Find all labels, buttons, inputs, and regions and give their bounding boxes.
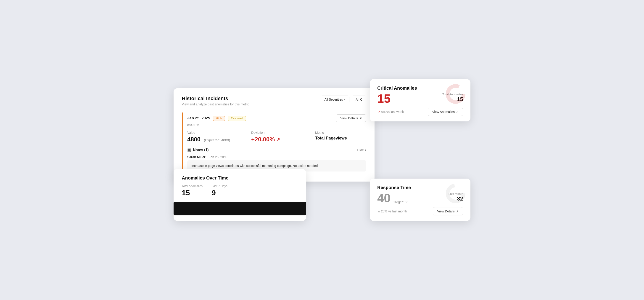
historical-subtitle: View and analyze past anomalies for this… (182, 102, 249, 106)
status-badge: Resolved (228, 116, 246, 121)
external-link-icon: ↗ (456, 110, 459, 114)
svg-point-1 (448, 186, 464, 201)
donut-decoration-icon (445, 183, 466, 204)
metric-value: Total Pageviews (315, 136, 366, 141)
upward-arrow-icon: ↗ (276, 137, 280, 142)
critical-count: 15 (377, 93, 390, 104)
critical-anomalies-card: Critical Anomalies 15 Total Anomalies 15… (370, 79, 470, 121)
historical-incidents-card: Historical Incidents View and analyze pa… (174, 88, 374, 182)
total-anomalies-value: 15 (182, 189, 202, 197)
anomalies-over-time-card: Anomalies Over Time Total Anomalies 15 L… (174, 169, 306, 221)
svg-point-0 (448, 86, 464, 102)
value-label: Value (187, 131, 251, 134)
response-value: 40 (377, 192, 390, 204)
anomalies-title: Anomalies Over Time (182, 175, 298, 181)
note-timestamp: Jan 25, 20:15 (209, 155, 228, 159)
external-link-icon: ↗ (456, 209, 459, 213)
all-categories-filter[interactable]: All C (352, 96, 366, 103)
donut-decoration-icon (445, 84, 466, 104)
trend-down-icon: ↘ (377, 209, 380, 213)
view-anomalies-button[interactable]: View Anomalies ↗ (428, 108, 463, 116)
expected-value: (Expected: 4000) (204, 138, 230, 142)
notes-title: ▣ Notes (1) (187, 147, 208, 153)
view-details-button[interactable]: View Details ↗ (336, 114, 366, 122)
incident-time: 8:00 PM (187, 123, 366, 127)
severity-badge: High (213, 116, 225, 121)
metric-label: Metric (315, 131, 366, 134)
historical-title: Historical Incidents (182, 96, 249, 101)
response-trend: ↘ 25% vs last month (377, 209, 407, 213)
critical-trend: ↗ 8% vs last week (377, 110, 404, 114)
chevron-down-icon: ▾ (344, 98, 346, 101)
note-author: Sarah Miller (187, 155, 205, 159)
all-severities-filter[interactable]: All Severities ▾ (321, 96, 350, 103)
note-author-row: Sarah Miller Jan 25, 20:15 (187, 155, 366, 159)
deviation-value: +20.00% ↗ (251, 136, 315, 143)
external-link-icon: ↗ (359, 116, 362, 120)
comment-icon: ▣ (187, 147, 191, 153)
trend-up-icon: ↗ (377, 110, 380, 114)
last7-label: Last 7 Days (212, 184, 228, 188)
response-time-card: Response Time 40 Target: 30 Last Month 3… (370, 179, 470, 221)
incident-row: Jan 25, 2025 High Resolved View Details … (182, 112, 366, 175)
response-target: Target: 30 (393, 200, 408, 204)
anomalies-chart (174, 202, 306, 215)
last7-value: 9 (212, 189, 228, 197)
hide-notes-button[interactable]: Hide ▾ (357, 148, 366, 152)
incident-value: 4800 (Expected: 4000) (187, 136, 251, 143)
total-anomalies-label: Total Anomalies (182, 184, 202, 188)
view-details-button[interactable]: View Details ↗ (433, 207, 463, 215)
deviation-label: Deviation (251, 131, 315, 134)
chevron-up-icon: ▾ (365, 148, 366, 152)
incident-date: Jan 25, 2025 (187, 116, 210, 120)
